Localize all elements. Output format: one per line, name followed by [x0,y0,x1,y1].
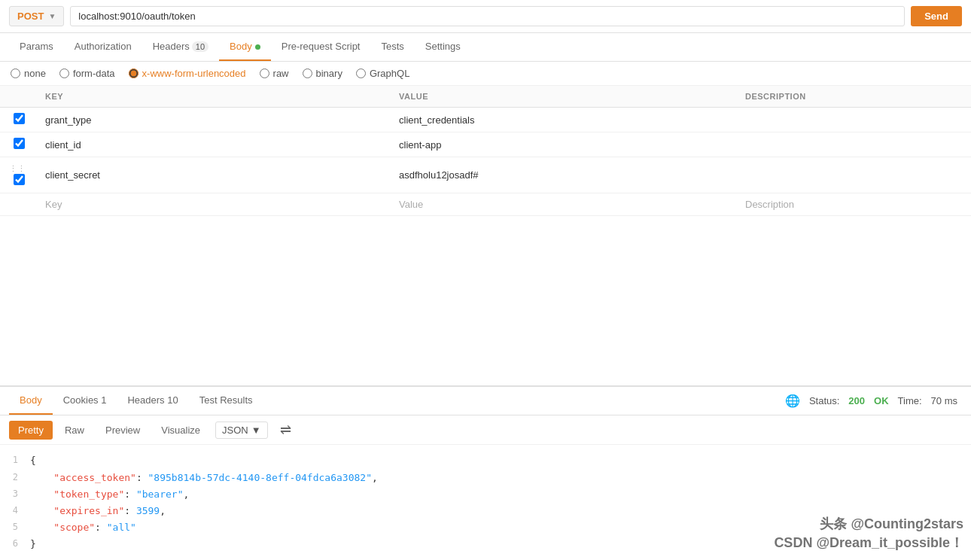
cookies-badge: 1 [101,394,106,406]
row3-checkbox[interactable] [14,174,25,185]
row2-desc-cell [738,132,971,157]
radio-graphql[interactable]: GraphQL [356,68,409,79]
json-chevron-icon: ▼ [251,425,261,436]
table-row: ⋮⋮ client_secret asdfholu12josadf# [0,157,971,193]
request-tabs-bar: Params Authorization Headers10 Body Pre-… [0,33,971,62]
wrap-button[interactable]: ⇌ [275,420,296,440]
json-content: { [30,452,971,469]
json-content: "access_token": "895b814b-57dc-4140-8eff… [30,470,971,486]
method-selector[interactable]: POST ▼ [9,6,64,26]
row2-check-cell[interactable] [0,132,38,157]
json-line: 1{ [0,452,971,469]
row1-desc-cell [738,108,971,132]
table-placeholder-row: Key Value Description [0,193,971,216]
method-chevron-icon: ▼ [48,12,56,20]
row3-desc-cell [738,157,971,193]
json-line: 2 "access_token": "895b814b-57dc-4140-8e… [0,470,971,486]
response-section: Body Cookies 1 Headers 10 Test Results 🌐… [0,386,971,560]
globe-icon: 🌐 [785,394,800,408]
format-tab-visualize[interactable]: Visualize [152,421,209,440]
response-status: 🌐 Status: 200 OK Time: 70 ms [785,394,962,408]
method-label: POST [17,11,44,22]
json-output: 1{2 "access_token": "895b814b-57dc-4140-… [0,445,971,560]
row2-checkbox[interactable] [14,138,25,149]
placeholder-value-cell[interactable]: Value [391,193,738,216]
row1-check-cell[interactable] [0,108,38,132]
body-type-row: none form-data x-www-form-urlencoded raw… [0,62,971,86]
tab-settings[interactable]: Settings [415,33,471,61]
send-button[interactable]: Send [911,6,962,26]
response-tab-headers[interactable]: Headers 10 [117,387,188,415]
response-tabs-bar: Body Cookies 1 Headers 10 Test Results 🌐… [0,387,971,415]
line-number: 6 [0,536,30,551]
tab-params[interactable]: Params [9,33,64,61]
response-tab-cookies[interactable]: Cookies 1 [53,387,117,415]
table-row: client_id client-app [0,132,971,157]
radio-raw[interactable]: raw [260,68,289,79]
headers-badge: 10 [192,41,209,52]
json-line: 3 "token_type": "bearer", [0,486,971,503]
tab-authorization[interactable]: Authorization [64,33,142,61]
json-line: 4 "expires_in": 3599, [0,503,971,519]
format-tabs-bar: Pretty Raw Preview Visualize JSON ▼ ⇌ [0,415,971,445]
placeholder-check-cell [0,193,38,216]
line-number: 1 [0,452,30,467]
line-number: 3 [0,486,30,501]
row2-value-cell[interactable]: client-app [391,132,738,157]
col-check-header [0,86,38,108]
response-tab-test-results[interactable]: Test Results [189,387,263,415]
json-content: } [30,536,971,552]
format-tab-raw[interactable]: Raw [56,421,93,440]
radio-form-data[interactable]: form-data [59,68,115,79]
radio-binary[interactable]: binary [303,68,342,79]
table-row: grant_type client_credentials [0,108,971,132]
placeholder-key-cell[interactable]: Key [38,193,391,216]
body-dot [255,44,260,50]
url-input[interactable] [70,6,905,26]
row3-key-cell[interactable]: client_secret [38,157,391,193]
line-number: 2 [0,470,30,485]
row1-checkbox[interactable] [14,113,25,124]
radio-urlencoded[interactable]: x-www-form-urlencoded [129,68,246,79]
format-tab-pretty[interactable]: Pretty [9,421,53,440]
request-bar: POST ▼ Send [0,0,971,33]
tab-prerequest[interactable]: Pre-request Script [271,33,371,61]
json-content: "token_type": "bearer", [30,486,971,503]
edit-icon: ⋮⋮ [9,164,26,173]
row1-key-cell[interactable]: grant_type [38,108,391,132]
placeholder-desc-cell[interactable]: Description [738,193,971,216]
line-number: 5 [0,519,30,534]
col-key-header: KEY [38,86,391,108]
json-line: 6} [0,536,971,552]
tab-tests[interactable]: Tests [370,33,414,61]
row1-value-cell[interactable]: client_credentials [391,108,738,132]
json-format-selector[interactable]: JSON ▼ [215,422,268,439]
upper-section: none form-data x-www-form-urlencoded raw… [0,62,971,386]
tab-headers[interactable]: Headers10 [142,33,219,61]
radio-none[interactable]: none [11,68,46,79]
format-tab-preview[interactable]: Preview [96,421,149,440]
json-content: "expires_in": 3599, [30,503,971,519]
col-desc-header: DESCRIPTION [738,86,971,108]
params-table: KEY VALUE DESCRIPTION grant_type client_… [0,86,971,216]
json-content: "scope": "all" [30,519,971,536]
tab-body[interactable]: Body [219,33,271,61]
row3-check-cell[interactable]: ⋮⋮ [0,157,38,193]
table-header-row: KEY VALUE DESCRIPTION [0,86,971,108]
col-value-header: VALUE [391,86,738,108]
json-line: 5 "scope": "all" [0,519,971,536]
response-headers-badge: 10 [167,394,178,406]
line-number: 4 [0,503,30,518]
row3-value-cell[interactable]: asdfholu12josadf# [391,157,738,193]
response-tab-body[interactable]: Body [9,387,53,415]
row2-key-cell[interactable]: client_id [38,132,391,157]
